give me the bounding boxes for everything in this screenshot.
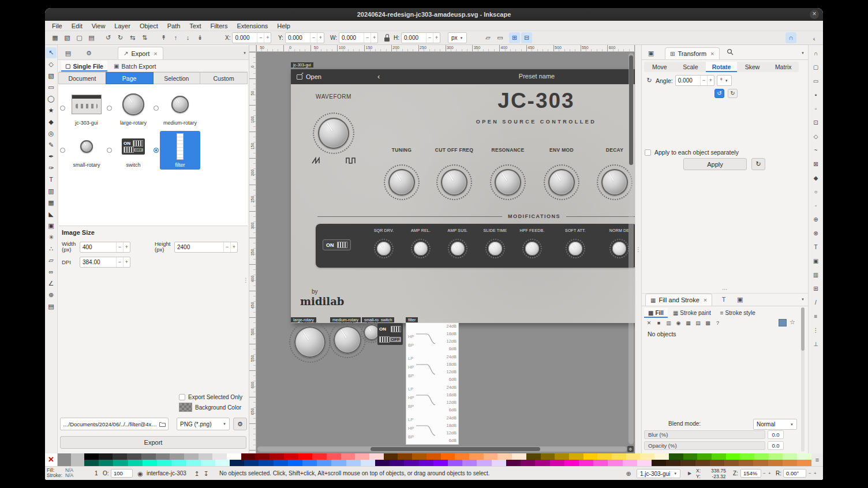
palette-swatch[interactable] bbox=[215, 460, 230, 466]
palette-swatch[interactable] bbox=[724, 460, 739, 466]
palette-swatch[interactable] bbox=[84, 453, 99, 460]
spiral-icon[interactable]: ◎ bbox=[46, 128, 57, 139]
rectangle-icon[interactable]: ▭ bbox=[46, 82, 57, 93]
flip-vertical-icon[interactable]: ⇅ bbox=[139, 32, 150, 43]
w-value[interactable]: 0.000 bbox=[339, 35, 364, 41]
export-item-radio[interactable] bbox=[107, 106, 112, 111]
palette-swatch[interactable] bbox=[270, 453, 284, 460]
export-item-radio[interactable] bbox=[60, 106, 65, 111]
menu-file[interactable]: File bbox=[47, 21, 67, 31]
rotation-input[interactable]: 0.00° bbox=[783, 469, 806, 478]
palette-swatch[interactable] bbox=[312, 453, 327, 460]
palette-swatch[interactable] bbox=[433, 460, 448, 466]
shape-builder-icon[interactable]: ▧ bbox=[46, 70, 57, 81]
palette-swatch[interactable] bbox=[469, 453, 484, 460]
snap-cusp-nodes-icon[interactable]: ◆ bbox=[811, 173, 821, 183]
palette-swatch[interactable] bbox=[419, 460, 433, 466]
horizontal-ruler[interactable]: 50050100150200250300350400450500550600 bbox=[256, 45, 635, 52]
play-icon[interactable]: ▶ bbox=[688, 471, 691, 476]
measure-icon[interactable]: ∠ bbox=[46, 278, 57, 289]
export-dpi-decrement[interactable]: − bbox=[116, 257, 123, 267]
snap-line-midpoints-icon[interactable]: ◦ bbox=[811, 201, 821, 211]
palette-swatch[interactable] bbox=[327, 453, 341, 460]
reset-transform-icon[interactable]: ↻ bbox=[751, 158, 765, 170]
palette-swatch[interactable] bbox=[331, 460, 346, 466]
transform-tab-scale[interactable]: Scale bbox=[675, 62, 706, 72]
paint-bucket-icon[interactable]: ▣ bbox=[46, 220, 57, 231]
angle-unit-select[interactable]: °▼ bbox=[717, 75, 732, 86]
palette-swatch[interactable] bbox=[298, 453, 313, 460]
background-color-swatch[interactable] bbox=[179, 403, 192, 412]
palette-swatch[interactable] bbox=[769, 453, 783, 460]
palette-swatch[interactable] bbox=[157, 460, 171, 466]
palette-swatch[interactable] bbox=[341, 453, 356, 460]
current-layer-name[interactable]: interface-jc-303 bbox=[147, 470, 186, 476]
export-height-increment[interactable]: + bbox=[230, 242, 237, 252]
x-increment[interactable]: + bbox=[264, 33, 271, 43]
zoom-input[interactable]: 154% bbox=[740, 469, 761, 478]
dock-splitter[interactable]: ⋮ bbox=[635, 45, 642, 453]
paint-swatch-icon[interactable]: ▤ bbox=[694, 319, 702, 327]
calligraphy-icon[interactable]: ✑ bbox=[46, 163, 57, 174]
object-opacity-input[interactable]: 100 bbox=[111, 469, 133, 478]
mesh-gradient-icon[interactable]: ▦ bbox=[46, 197, 57, 208]
paint-unknown-icon[interactable]: ? bbox=[713, 319, 722, 327]
text-icon[interactable]: T bbox=[46, 174, 57, 185]
export-item-radio[interactable] bbox=[154, 148, 159, 153]
ellipse-icon[interactable]: ◯ bbox=[46, 93, 57, 104]
palette-swatch[interactable] bbox=[212, 453, 227, 460]
export-item-jc-303-gui[interactable]: jc-303-gui bbox=[60, 89, 107, 127]
fs-tab-stroke-style[interactable]: ≡Stroke style bbox=[716, 308, 760, 318]
palette-swatch[interactable] bbox=[99, 453, 113, 460]
rotate-cw-icon[interactable]: ↻ bbox=[115, 32, 126, 43]
pages-icon[interactable]: ▤ bbox=[46, 301, 57, 312]
gradient-icon[interactable]: ▥ bbox=[46, 186, 57, 197]
palette-swatch[interactable] bbox=[84, 460, 99, 466]
menu-path[interactable]: Path bbox=[163, 21, 185, 31]
h-decrement[interactable]: − bbox=[426, 33, 433, 43]
palette-swatch[interactable] bbox=[754, 453, 769, 460]
palette-swatch[interactable] bbox=[579, 460, 593, 466]
palette-swatch[interactable] bbox=[695, 460, 710, 466]
palette-swatch[interactable] bbox=[654, 453, 669, 460]
snap-bbox-edges-icon[interactable]: ▭ bbox=[811, 76, 821, 87]
palette-swatch[interactable] bbox=[526, 453, 541, 460]
palette-swatch[interactable] bbox=[259, 460, 273, 466]
angle-increment[interactable]: + bbox=[707, 76, 714, 85]
menu-help[interactable]: Help bbox=[272, 21, 295, 31]
palette-swatch[interactable] bbox=[739, 460, 753, 466]
palette-swatch[interactable] bbox=[697, 453, 712, 460]
palette-swatch[interactable] bbox=[683, 453, 698, 460]
snap-perpendicular-icon[interactable]: ⊥ bbox=[811, 339, 821, 350]
raise-to-top-icon[interactable]: ↟ bbox=[158, 32, 169, 43]
objects-dialog-tab-icon[interactable]: ▣ bbox=[645, 48, 657, 58]
dock-scrollbar[interactable] bbox=[801, 307, 805, 452]
palette-swatch[interactable] bbox=[404, 460, 418, 466]
palette-swatch[interactable] bbox=[184, 453, 199, 460]
dock-scrollbar-thumb[interactable] bbox=[801, 307, 805, 351]
export-item-radio[interactable] bbox=[107, 148, 112, 153]
zoom-increment[interactable]: + bbox=[768, 471, 771, 476]
area-tab-document[interactable]: Document bbox=[58, 72, 106, 84]
swatches-dialog-tab-icon[interactable]: ▣ bbox=[734, 294, 746, 305]
snap-bbox-corners-icon[interactable]: ▪ bbox=[811, 90, 821, 100]
snap-nodes-icon[interactable]: ◇ bbox=[811, 132, 821, 142]
snap-path-icon[interactable]: ~ bbox=[811, 145, 821, 156]
dock-menu-caret-icon[interactable]: ▼ bbox=[801, 51, 805, 55]
rotation-increment[interactable]: + bbox=[814, 471, 817, 476]
spray-icon[interactable]: ∴ bbox=[46, 243, 57, 254]
transform-tab-move[interactable]: Move bbox=[644, 62, 675, 72]
palette-swatch[interactable] bbox=[448, 460, 462, 466]
y-decrement[interactable]: − bbox=[310, 33, 317, 43]
palette-swatch[interactable] bbox=[398, 453, 412, 460]
y-input[interactable]: 0.000−+ bbox=[285, 32, 324, 43]
palette-swatch[interactable] bbox=[201, 460, 215, 466]
panel-resize-handle[interactable]: ⋮ bbox=[243, 277, 249, 283]
palette-swatch[interactable] bbox=[462, 460, 477, 466]
dialog-document-properties-icon[interactable]: ▤ bbox=[62, 48, 74, 58]
palette-swatch[interactable] bbox=[156, 453, 170, 460]
fs-tab-fill[interactable]: ▦Fill bbox=[644, 308, 668, 318]
height-input[interactable]: 0.000−+ bbox=[401, 32, 440, 43]
palette-swatch[interactable] bbox=[71, 453, 84, 466]
palette-swatch[interactable] bbox=[227, 453, 241, 460]
